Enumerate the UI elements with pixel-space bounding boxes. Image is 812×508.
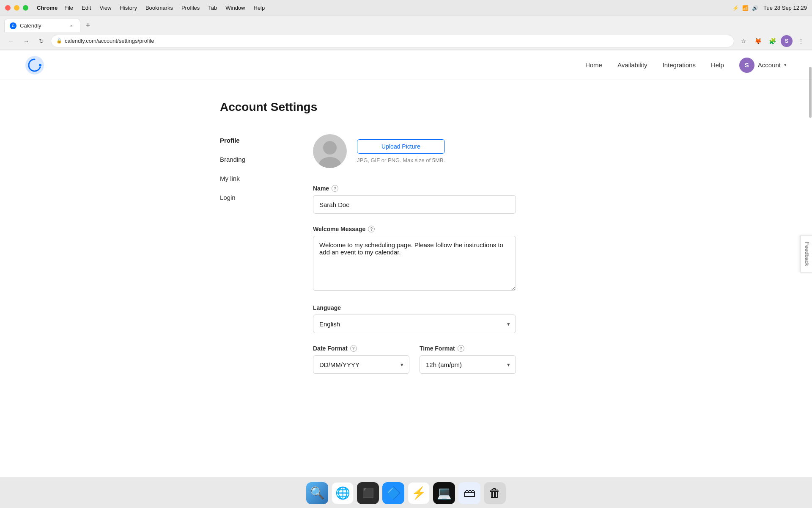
sidebar-item-my-link[interactable]: My link (220, 172, 279, 185)
tab-close-button[interactable]: × (68, 22, 75, 29)
name-label: Name ? (313, 185, 516, 192)
dock-iterm[interactable]: 💻 (433, 482, 455, 504)
new-tab-button[interactable]: + (82, 19, 94, 31)
date-format-field-group: Date Format ? DD/MM/YYYY MM/DD/YYYY YYYY… (313, 345, 409, 374)
nav-integrations[interactable]: Integrations (663, 61, 696, 69)
dock-vscode[interactable]: 🔷 (382, 482, 404, 504)
scrollbar-thumb[interactable] (809, 67, 812, 118)
dock-voltcraft[interactable]: ⚡ (408, 482, 430, 504)
calendly-logo-icon (25, 56, 44, 75)
finder-icon: 🔍 (310, 486, 325, 500)
menu-file[interactable]: File (61, 4, 77, 12)
app-name: Chrome (37, 5, 58, 11)
date-format-select-wrapper: DD/MM/YYYY MM/DD/YYYY YYYY-MM-DD ▾ (313, 355, 409, 374)
settings-form: Upload Picture JPG, GIF or PNG. Max size… (313, 134, 516, 386)
dock-finder[interactable]: 🔍 (306, 482, 328, 504)
page-title: Account Settings (220, 100, 592, 114)
logo[interactable] (25, 56, 44, 75)
welcome-message-help-icon[interactable]: ? (368, 226, 375, 232)
avatar-section: Upload Picture JPG, GIF or PNG. Max size… (313, 134, 516, 168)
volume-icon: 🔊 (752, 5, 758, 11)
welcome-message-field-group: Welcome Message ? Welcome to my scheduli… (313, 226, 516, 293)
more-options-button[interactable]: ⋮ (795, 35, 807, 47)
svg-point-3 (319, 157, 341, 168)
bookmark-star-button[interactable]: ☆ (738, 35, 749, 47)
forward-button[interactable]: → (20, 35, 32, 47)
close-window-button[interactable] (5, 5, 11, 11)
svg-point-2 (323, 141, 337, 155)
maximize-window-button[interactable] (23, 5, 28, 11)
dock-trash[interactable]: 🗑 (484, 482, 506, 504)
date-format-select[interactable]: DD/MM/YYYY MM/DD/YYYY YYYY-MM-DD (313, 355, 409, 374)
settings-sidebar: Profile Branding My link Login (220, 134, 279, 210)
browser-tab[interactable]: C Calendly × (4, 19, 80, 32)
dock-chrome[interactable]: 🌐 (332, 482, 354, 504)
sidebar-item-login[interactable]: Login (220, 191, 279, 204)
menu-help[interactable]: Help (250, 4, 269, 12)
url-text: calendly.com/account/settings/profile (65, 38, 154, 44)
menu-bookmarks[interactable]: Bookmarks (142, 4, 176, 12)
tab-title: Calendly (20, 22, 65, 29)
name-help-icon[interactable]: ? (332, 185, 338, 192)
time-format-label: Time Format ? (420, 345, 516, 352)
sidebar-item-profile[interactable]: Profile (220, 134, 279, 146)
iterm-icon: 💻 (437, 486, 452, 500)
url-bar[interactable]: 🔒 calendly.com/account/settings/profile (51, 35, 734, 47)
time-format-select[interactable]: 12h (am/pm) 24h (420, 355, 516, 374)
minimize-window-button[interactable] (14, 5, 19, 11)
dock-tableplus[interactable]: 🗃 (458, 482, 480, 504)
language-select[interactable]: English Spanish French German Portuguese (313, 315, 516, 333)
sidebar-item-branding[interactable]: Branding (220, 153, 279, 166)
tab-bar: C Calendly × + (0, 16, 812, 32)
menu-window[interactable]: Window (222, 4, 248, 12)
menu-profiles[interactable]: Profiles (178, 4, 203, 12)
top-nav-links: Home Availability Integrations Help S Ac… (585, 58, 787, 73)
tab-favicon-letter: C (12, 24, 15, 28)
battery-icon: ⚡ (732, 5, 739, 11)
menu-edit[interactable]: Edit (78, 4, 94, 12)
feedback-tab[interactable]: Feedback (800, 235, 812, 272)
name-input[interactable] (313, 195, 516, 214)
vscode-icon: 🔷 (386, 486, 401, 500)
back-button[interactable]: ← (5, 35, 17, 47)
lock-icon: 🔒 (56, 38, 62, 44)
nav-account[interactable]: S Account ▾ (739, 58, 787, 73)
tableplus-icon: 🗃 (464, 486, 475, 500)
top-nav: Home Availability Integrations Help S Ac… (0, 50, 812, 80)
traffic-lights (5, 5, 28, 11)
chrome-icon: 🌐 (335, 486, 350, 500)
nav-help[interactable]: Help (711, 61, 724, 69)
titlebar-menu: Chrome File Edit View History Bookmarks … (37, 4, 268, 12)
language-label: Language (313, 304, 516, 311)
format-row: Date Format ? DD/MM/YYYY MM/DD/YYYY YYYY… (313, 345, 516, 386)
nav-home[interactable]: Home (585, 61, 602, 69)
titlebar-right: ⚡ 📶 🔊 Tue 28 Sep 12:29 (732, 5, 807, 11)
name-field-group: Name ? (313, 185, 516, 214)
language-select-wrapper: English Spanish French German Portuguese… (313, 315, 516, 333)
refresh-button[interactable]: ↻ (36, 35, 47, 47)
menu-history[interactable]: History (116, 4, 140, 12)
wifi-icon: 📶 (742, 5, 749, 11)
time-format-help-icon[interactable]: ? (458, 345, 464, 352)
date-format-help-icon[interactable]: ? (350, 345, 357, 352)
fox-extension-button[interactable]: 🦊 (752, 35, 764, 47)
svg-point-1 (39, 64, 41, 66)
system-time: Tue 28 Sep 12:29 (763, 5, 807, 11)
address-bar: ← → ↻ 🔒 calendly.com/account/settings/pr… (0, 32, 812, 50)
menu-view[interactable]: View (96, 4, 115, 12)
settings-layout: Profile Branding My link Login Upl (220, 134, 592, 386)
welcome-message-input[interactable]: Welcome to my scheduling page. Please fo… (313, 236, 516, 291)
extensions-button[interactable]: 🧩 (766, 35, 778, 47)
upload-picture-button[interactable]: Upload Picture (357, 139, 445, 154)
menu-tab[interactable]: Tab (205, 4, 220, 12)
dock-terminal[interactable]: ⬛ (357, 482, 379, 504)
avatar-person-icon (313, 134, 347, 168)
account-avatar: S (739, 58, 754, 73)
titlebar: Chrome File Edit View History Bookmarks … (0, 0, 812, 16)
date-format-label: Date Format ? (313, 345, 409, 352)
terminal-icon: ⬛ (362, 488, 374, 499)
dock: 🔍 🌐 ⬛ 🔷 ⚡ 💻 🗃 🗑 (0, 478, 812, 508)
avatar-placeholder (313, 134, 347, 168)
profile-button[interactable]: S (781, 35, 793, 47)
nav-availability[interactable]: Availability (617, 61, 647, 69)
